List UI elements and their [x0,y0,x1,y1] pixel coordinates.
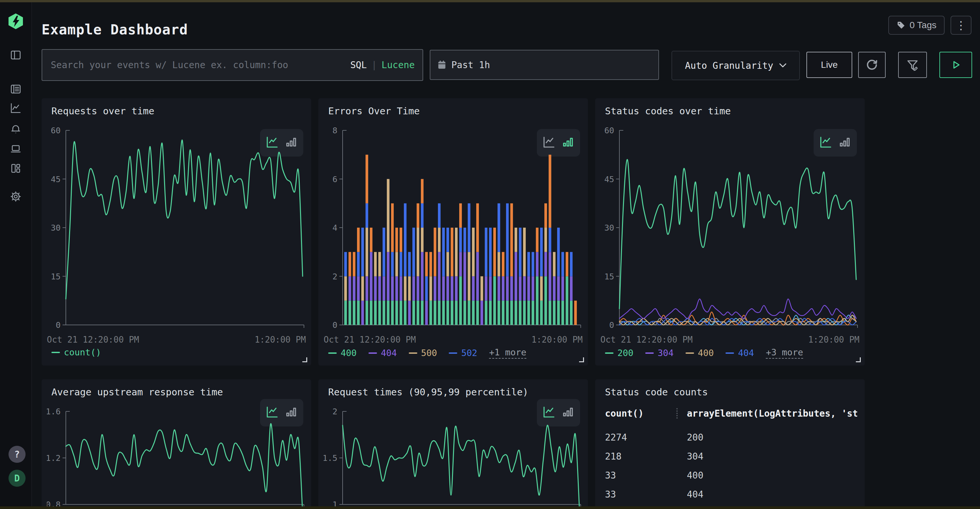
x-axis-labels: Oct 21 12:20:00 PM1:20:00 PM [600,335,859,345]
legend-item[interactable]: count() [51,347,101,357]
svg-text:1.2: 1.2 [47,453,60,463]
column-resizer[interactable] [676,408,678,418]
time-range-picker[interactable]: Past 1h [430,50,659,80]
sidebar-item-dashboards[interactable] [10,162,22,174]
table-row: 33404 [605,485,857,504]
chart-canvas[interactable]: 02468 [324,124,583,336]
svg-text:2: 2 [332,407,337,416]
cell-status: 400 [687,470,857,481]
app-logo-icon[interactable] [8,13,23,29]
user-avatar[interactable]: D [8,470,25,487]
panel-status-code-counts: Status code counts count() arrayElement(… [595,379,865,509]
legend-swatch [605,352,614,354]
panel-requests-over-time: Requests over time 015304560 Oct 21 12:2… [41,98,311,366]
filter-button[interactable] [898,52,927,78]
table-header: count() arrayElement(LogAttributes, 'sta… [605,408,857,419]
kebab-icon: ⋮ [955,19,967,32]
svg-text:8: 8 [332,126,337,135]
help-button[interactable]: ? [8,446,25,463]
cell-status: 200 [687,432,857,443]
table-body: 2274200218304334003340437500 [605,428,857,509]
sql-toggle[interactable]: SQL [350,60,367,70]
refresh-button[interactable] [858,52,886,78]
panel-title: Status code counts [605,387,708,398]
sidebar-item-logs[interactable] [10,83,22,95]
svg-text:0: 0 [56,320,60,330]
legend-item[interactable]: 400 [686,348,714,358]
cell-count: 33 [605,470,676,481]
svg-text:30: 30 [604,223,614,232]
sidebar-item-alerts[interactable] [10,123,22,135]
granularity-select[interactable]: Auto Granularity [671,51,800,80]
panel-request-times-percentile: Request times (90,95,99 percentile) 11.5… [318,379,588,509]
live-button[interactable]: Live [807,52,852,78]
column-header-status[interactable]: arrayElement(LogAttributes, 'status [687,408,857,419]
legend-swatch [369,352,377,354]
svg-text:4: 4 [332,223,337,232]
sidebar-item-sessions[interactable] [10,143,22,155]
legend-swatch [725,352,734,354]
legend-item[interactable]: 200 [605,348,633,358]
cell-count: 218 [605,451,676,462]
legend-item[interactable]: 502 [449,348,477,358]
svg-text:45: 45 [604,175,614,184]
sidebar-item-charts[interactable] [10,102,22,114]
tag-icon [896,21,906,30]
table-row: 33400 [605,466,857,485]
tags-button[interactable]: 0 Tags [888,16,945,35]
chart-canvas[interactable]: 015304560 [600,124,859,336]
legend-more-link[interactable]: +3 more [766,347,803,359]
query-language-toggle: SQL | Lucene [350,60,415,70]
panel-title: Request times (90,95,99 percentile) [328,387,528,398]
x-axis-labels: Oct 21 12:20:00 PM1:20:00 PM [324,335,583,345]
resize-handle[interactable] [302,357,307,362]
legend-item[interactable]: 304 [645,348,674,358]
more-menu-button[interactable]: ⋮ [951,16,972,35]
svg-text:15: 15 [51,272,60,282]
cell-status: 404 [687,489,857,500]
cell-count: 2274 [605,432,676,443]
svg-text:60: 60 [51,126,60,135]
legend-item[interactable]: 404 [369,348,397,358]
play-icon [950,59,961,70]
legend-more-link[interactable]: +1 more [489,347,527,359]
legend-swatch [686,352,694,354]
dashboard-page: ? D Example Dashboard 0 Tags ⋮ SQL | Luc… [0,0,980,509]
panel-title: Requests over time [51,105,154,117]
chart-canvas[interactable]: 0.81.21.6 [47,406,306,509]
panel-status-codes-over-time: Status codes over time 015304560 Oct 21 … [595,98,865,366]
legend-swatch [51,352,60,353]
cell-count: 33 [605,489,676,500]
chart-legend: 400404500502+1 more [328,347,527,359]
legend-item[interactable]: 400 [328,348,357,358]
x-axis-labels: Oct 21 12:20:00 PM1:20:00 PM [47,335,306,345]
search-input[interactable] [50,59,345,71]
svg-text:1.6: 1.6 [47,407,60,416]
svg-text:45: 45 [51,175,60,184]
legend-swatch [645,352,654,354]
legend-item[interactable]: 500 [409,348,437,358]
lucene-toggle[interactable]: Lucene [382,60,415,70]
chart-legend: count() [51,347,101,357]
table-row: 2274200 [605,428,857,447]
svg-text:1.5: 1.5 [324,453,337,463]
resize-handle[interactable] [579,357,584,362]
sidebar-item-settings[interactable] [10,191,22,202]
chart-canvas[interactable]: 015304560 [47,124,306,336]
panel-avg-upstream-response-time: Average upstream response time 0.81.21.6 [41,379,311,509]
chart-legend: 200304400404+3 more [605,347,803,359]
panel-title: Status codes over time [605,105,731,117]
chart-canvas[interactable]: 11.52 [324,406,583,509]
svg-text:15: 15 [604,272,614,282]
cell-status: 304 [687,451,857,462]
run-query-button[interactable] [939,52,972,78]
resize-handle[interactable] [856,357,861,362]
sidebar: ? D [0,2,32,509]
page-title: Example Dashboard [41,22,188,38]
legend-swatch [328,352,337,354]
legend-item[interactable]: 404 [725,348,754,358]
sidebar-collapse-icon[interactable] [10,49,22,61]
column-header-count[interactable]: count() [605,408,676,419]
svg-text:0: 0 [609,320,614,330]
svg-text:30: 30 [51,223,60,232]
